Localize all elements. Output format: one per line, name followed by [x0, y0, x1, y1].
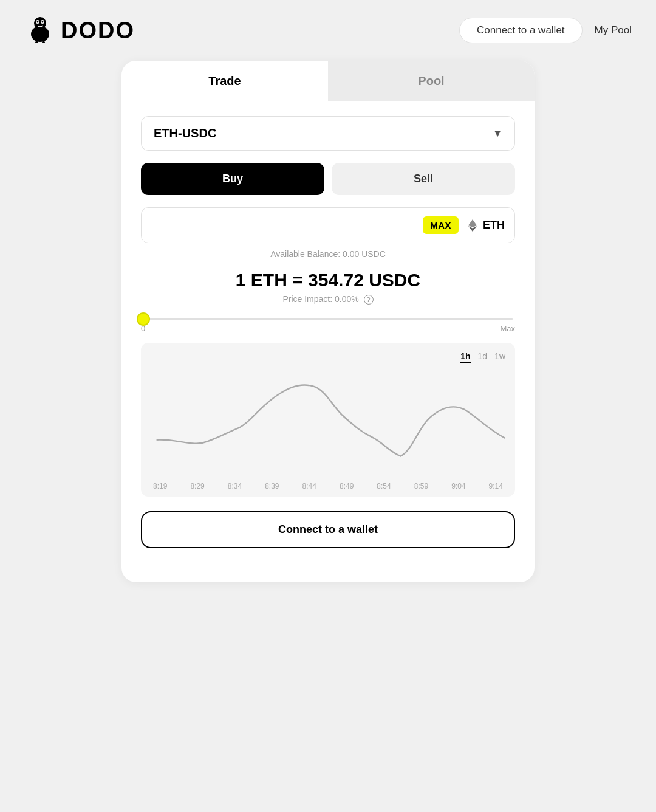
chart-time-labels: 8:19 8:29 8:34 8:39 8:44 8:49 8:54 8:59 …	[151, 482, 505, 490]
time-label-5: 8:49	[340, 482, 354, 490]
header-right: Connect to a wallet My Pool	[459, 18, 632, 43]
time-label-4: 8:44	[302, 482, 316, 490]
trade-card: Trade Pool ETH-USDC ▼ Buy Sell MAX	[121, 61, 535, 582]
main-content: Trade Pool ETH-USDC ▼ Buy Sell MAX	[0, 61, 656, 607]
amount-input[interactable]	[151, 219, 415, 232]
svg-point-4	[37, 21, 39, 23]
connect-wallet-header-button[interactable]: Connect to a wallet	[459, 18, 583, 43]
rate-display: 1 ETH = 354.72 USDC	[141, 270, 515, 291]
slider-track	[143, 318, 513, 320]
max-button[interactable]: MAX	[423, 216, 459, 234]
chart-header: 1h 1d 1w	[151, 351, 505, 363]
time-label-1: 8:29	[190, 482, 204, 490]
eth-icon	[466, 219, 479, 232]
time-label-6: 8:54	[377, 482, 391, 490]
slider-labels: 0 Max	[141, 324, 515, 333]
buy-sell-toggle: Buy Sell	[141, 163, 515, 195]
pair-selector[interactable]: ETH-USDC ▼	[141, 116, 515, 151]
buy-button[interactable]: Buy	[141, 163, 324, 195]
svg-rect-6	[35, 41, 38, 43]
price-impact-label: Price Impact: 0.00%	[282, 294, 358, 304]
chevron-down-icon: ▼	[493, 128, 502, 139]
my-pool-button[interactable]: My Pool	[595, 24, 632, 36]
price-impact-help-icon[interactable]: ?	[364, 295, 374, 304]
time-label-3: 8:39	[265, 482, 279, 490]
chart-period-1d[interactable]: 1d	[478, 351, 488, 363]
chart-svg-wrap	[151, 368, 505, 480]
price-impact: Price Impact: 0.00% ?	[141, 294, 515, 304]
tab-bar: Trade Pool	[121, 61, 535, 102]
time-label-8: 9:04	[451, 482, 465, 490]
token-display: ETH	[466, 219, 505, 232]
pair-label: ETH-USDC	[154, 126, 216, 140]
chart-period-1h[interactable]: 1h	[460, 351, 470, 363]
amount-input-wrap: MAX ETH	[141, 207, 515, 243]
time-label-7: 8:59	[414, 482, 428, 490]
dodo-logo-icon	[24, 15, 56, 46]
logo-text: DODO	[61, 18, 135, 44]
svg-rect-7	[42, 41, 45, 43]
time-label-0: 8:19	[153, 482, 167, 490]
header: DODO Connect to a wallet My Pool	[0, 0, 656, 61]
svg-marker-8	[468, 219, 477, 227]
tab-pool[interactable]: Pool	[328, 61, 535, 102]
time-label-2: 8:34	[228, 482, 242, 490]
token-label: ETH	[483, 219, 505, 232]
connect-wallet-main-button[interactable]: Connect to a wallet	[141, 511, 515, 548]
logo: DODO	[24, 15, 135, 46]
chart-svg	[151, 368, 505, 477]
card-body: ETH-USDC ▼ Buy Sell MAX ETH	[121, 102, 535, 563]
time-label-9: 9:14	[489, 482, 503, 490]
amount-slider-wrap	[141, 318, 515, 320]
svg-point-5	[42, 21, 44, 23]
slider-thumb[interactable]	[137, 312, 150, 326]
balance-display: Available Balance: 0.00 USDC	[141, 249, 515, 259]
price-chart: 1h 1d 1w 8:19 8:29 8:34 8:39 8:44 8:49	[141, 343, 515, 497]
chart-period-1w[interactable]: 1w	[494, 351, 505, 363]
slider-max-label: Max	[500, 324, 515, 333]
sell-button[interactable]: Sell	[332, 163, 515, 195]
svg-point-1	[34, 17, 46, 29]
tab-trade[interactable]: Trade	[121, 61, 328, 102]
